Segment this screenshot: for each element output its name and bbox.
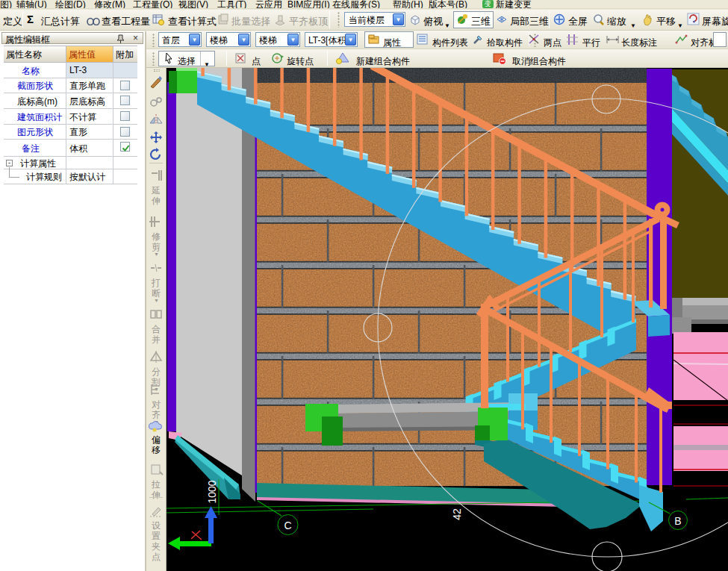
svg-text:42: 42: [451, 508, 463, 520]
svg-text:1000: 1000: [206, 480, 218, 503]
svg-text:C: C: [284, 519, 291, 531]
svg-text:B: B: [674, 515, 681, 527]
